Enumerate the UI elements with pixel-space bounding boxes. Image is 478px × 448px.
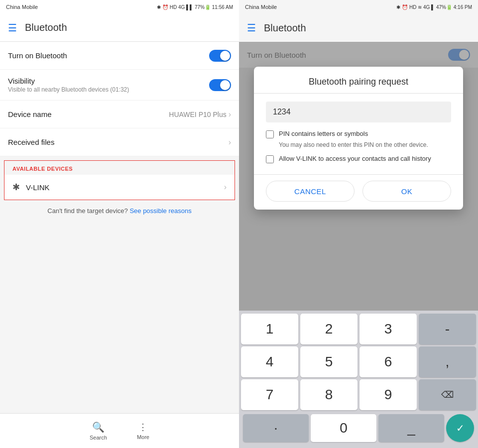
hamburger-icon-left[interactable]: ☰ [8, 22, 17, 34]
key-9[interactable]: 9 [359, 379, 417, 410]
turn-on-label: Turn on Bluetooth [8, 51, 67, 60]
device-name-vlink: V-LINK [26, 183, 218, 192]
key-5[interactable]: 5 [300, 346, 358, 377]
key-3[interactable]: 3 [359, 314, 417, 344]
key-dash[interactable]: - [419, 314, 476, 344]
turn-on-bluetooth-row[interactable]: Turn on Bluetooth [0, 42, 239, 70]
visibility-sub: Visible to all nearby Bluetooth devices … [8, 86, 129, 93]
device-name-row[interactable]: Device name HUAWEI P10 Plus › [0, 101, 239, 128]
key-1[interactable]: 1 [241, 314, 298, 344]
left-phone-screen: China Mobile ✱ ⏰ HD 4G ▌▌ 77%🔋 11:56 AM … [0, 0, 239, 448]
ok-button[interactable]: OK [362, 181, 451, 202]
search-label: Search [90, 435, 107, 441]
available-devices-box: AVAILABLE DEVICES ✱ V-LINK › [4, 160, 235, 200]
received-files-label: Received files [8, 138, 54, 146]
device-row-vlink[interactable]: ✱ V-LINK › [4, 175, 235, 200]
dialog-actions: CANCEL OK [254, 174, 463, 210]
key-row-3: 7 8 9 ⌫ [241, 379, 476, 410]
key-underscore[interactable]: _ [378, 414, 444, 442]
cant-find-static: Can't find the target device? [47, 207, 127, 215]
numeric-keyboard: 1 2 3 - 4 5 6 , 7 8 9 ⌫ · 0 _ ✓ [239, 311, 478, 448]
received-files-label-container: Received files [8, 138, 54, 146]
received-files-row[interactable]: Received files › [0, 128, 239, 156]
status-icons-left: ✱ ⏰ HD 4G ▌▌ 77%🔋 11:56 AM [157, 4, 233, 10]
carrier-left: China Mobile [6, 4, 38, 10]
cant-find-text: Can't find the target device? See possib… [0, 200, 239, 222]
contacts-checkbox-row: Allow V-LINK to access your contacts and… [266, 154, 451, 163]
device-name-right: HUAWEI P10 Plus › [169, 110, 231, 119]
search-icon: 🔍 [92, 421, 105, 433]
device-name-label-container: Device name [8, 110, 52, 118]
bottom-nav-left: 🔍 Search ⋮ More [0, 413, 239, 448]
status-icons-right: ✱ ⏰ HD ≋ 4G ▌ 47%🔋 4:16 PM [396, 4, 472, 10]
dialog-body: PIN contains letters or symbols You may … [254, 94, 463, 174]
pin-checkbox-label: PIN contains letters or symbols [279, 129, 368, 138]
carrier-right: China Mobile [245, 4, 277, 10]
hamburger-icon-right[interactable]: ☰ [247, 22, 256, 34]
contacts-checkbox[interactable] [266, 155, 274, 163]
key-2[interactable]: 2 [300, 314, 358, 344]
more-label: More [137, 434, 149, 440]
key-row-1: 1 2 3 - [241, 314, 476, 344]
page-title-right: Bluetooth [264, 22, 306, 34]
device-name-label: Device name [8, 110, 52, 118]
visibility-row[interactable]: Visibility Visible to all nearby Bluetoo… [0, 70, 239, 101]
key-row-2: 4 5 6 , [241, 346, 476, 377]
right-phone-screen: China Mobile ✱ ⏰ HD ≋ 4G ▌ 47%🔋 4:16 PM … [239, 0, 478, 448]
contacts-checkbox-label: Allow V-LINK to access your contacts and… [279, 154, 431, 163]
page-title-left: Bluetooth [25, 22, 67, 33]
chevron-received: › [229, 138, 231, 147]
bluetooth-device-icon: ✱ [12, 182, 20, 193]
status-bar-left: China Mobile ✱ ⏰ HD 4G ▌▌ 77%🔋 11:56 AM [0, 0, 239, 14]
pin-hint: You may also need to enter this PIN on t… [266, 141, 451, 148]
nav-search[interactable]: 🔍 Search [90, 421, 107, 441]
see-reasons-link[interactable]: See possible reasons [129, 207, 191, 215]
chevron-device: › [229, 110, 231, 119]
confirm-key[interactable]: ✓ [446, 414, 474, 442]
status-bar-right: China Mobile ✱ ⏰ HD ≋ 4G ▌ 47%🔋 4:16 PM [239, 0, 478, 14]
key-7[interactable]: 7 [241, 379, 298, 410]
bluetooth-pairing-dialog: Bluetooth pairing request PIN contains l… [254, 67, 463, 210]
available-devices-section: AVAILABLE DEVICES ✱ V-LINK › [0, 160, 239, 200]
key-4[interactable]: 4 [241, 346, 298, 377]
key-8[interactable]: 8 [300, 379, 358, 410]
app-bar-left: ☰ Bluetooth [0, 14, 239, 42]
nav-more[interactable]: ⋮ More [137, 422, 149, 440]
visibility-label-container: Visibility Visible to all nearby Bluetoo… [8, 77, 129, 93]
pin-checkbox[interactable] [266, 130, 274, 138]
key-6[interactable]: 6 [359, 346, 417, 377]
turn-on-label-container: Turn on Bluetooth [8, 51, 67, 60]
key-0[interactable]: 0 [311, 414, 376, 442]
pin-checkbox-row: PIN contains letters or symbols [266, 129, 451, 138]
settings-list: Turn on Bluetooth Visibility Visible to … [0, 42, 239, 156]
key-dot[interactable]: · [243, 414, 309, 442]
dialog-title: Bluetooth pairing request [254, 67, 463, 94]
backspace-key[interactable]: ⌫ [419, 379, 476, 410]
visibility-label: Visibility [8, 77, 129, 85]
key-row-4: · 0 _ ✓ [241, 412, 476, 445]
app-bar-right: ☰ Bluetooth [239, 14, 478, 42]
pin-input[interactable] [266, 102, 451, 122]
bluetooth-toggle[interactable] [209, 50, 231, 62]
chevron-vlink: › [224, 183, 227, 192]
more-icon: ⋮ [138, 422, 147, 433]
visibility-toggle[interactable] [209, 79, 231, 91]
available-devices-header: AVAILABLE DEVICES [4, 161, 235, 175]
key-comma[interactable]: , [419, 346, 476, 377]
device-name-value: HUAWEI P10 Plus [169, 111, 226, 118]
cancel-button[interactable]: CANCEL [266, 181, 355, 202]
